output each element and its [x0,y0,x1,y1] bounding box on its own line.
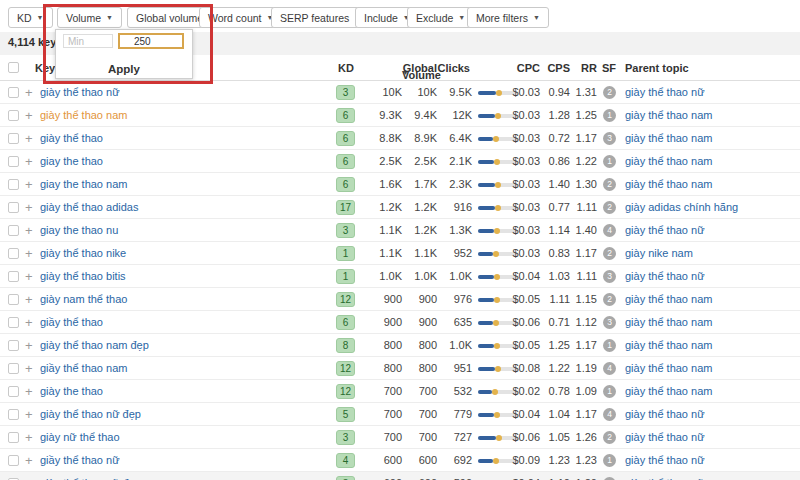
plus-icon[interactable]: + [25,104,33,127]
keyword-link[interactable]: giay the thao nam [40,173,127,196]
parent-topic-link[interactable]: giày thể thao nam [625,311,712,334]
cpc-value: $0.03 [512,150,540,173]
column-header-cps[interactable]: CPS [547,62,570,74]
filter-button-kd[interactable]: KD▼ [8,7,53,28]
row-checkbox[interactable] [8,386,19,397]
filter-button-exclude[interactable]: Exclude▼ [407,7,474,28]
row-checkbox[interactable] [8,294,19,305]
keyword-link[interactable]: giày thể thao nữ [40,81,120,104]
apply-button[interactable]: Apply [56,60,192,78]
column-header-global[interactable]: Global [403,62,437,74]
row-checkbox[interactable] [8,248,19,259]
column-header-parent-topic[interactable]: Parent topic [625,62,689,74]
row-checkbox[interactable] [8,271,19,282]
plus-icon[interactable]: + [25,426,33,449]
plus-icon[interactable]: + [25,357,33,380]
plus-icon[interactable]: + [25,334,33,357]
keyword-link[interactable]: giay the thao nu [40,219,118,242]
keyword-link[interactable]: giày thể thao nữ đẹp [40,403,141,426]
column-header-clicks[interactable]: Clicks [438,62,470,74]
plus-icon[interactable]: + [25,380,33,403]
cps-value: 1.11 [549,288,570,311]
row-checkbox[interactable] [8,225,19,236]
plus-icon[interactable]: + [25,288,33,311]
parent-topic-link[interactable]: giày thể thao nữ [625,81,705,104]
parent-topic-link[interactable]: giày thể thao nam [625,173,712,196]
parent-topic-link[interactable]: giày thể thao nam [625,288,712,311]
volume-min-value-input[interactable] [118,33,184,49]
serp-features-badge: 4 [603,408,616,421]
serp-features-badge: 2 [603,201,616,214]
kd-badge: 3 [336,476,355,480]
select-all-checkbox[interactable] [8,62,19,73]
keyword-link[interactable]: giày the thao [40,380,103,403]
filter-button-label: Global volume [136,12,203,24]
keyword-link[interactable]: giầy thể thao [40,311,103,334]
keyword-link[interactable]: giày thể thao adidas [40,196,138,219]
parent-topic-link[interactable]: giày thể thao nam [625,334,712,357]
column-header-rr[interactable]: RR [581,62,597,74]
keyword-link[interactable]: giầy thể thao nam [40,357,127,380]
keyword-link[interactable]: giày thể thao [40,127,103,150]
parent-topic-link[interactable]: giày thể thao nữ [625,219,705,242]
parent-topic-link[interactable]: giày thể thao nữ [625,449,705,472]
keyword-link[interactable]: giày thể thao nike [40,242,126,265]
plus-icon[interactable]: + [25,150,33,173]
keyword-link[interactable]: giày thể thao nam đẹp [40,334,149,357]
row-checkbox[interactable] [8,317,19,328]
serp-features-badge: 4 [603,224,616,237]
plus-icon[interactable]: + [25,127,33,150]
keyword-link[interactable]: giày nam thể thao [40,288,127,311]
filter-button-more-filters[interactable]: More filters▼ [467,7,549,28]
plus-icon[interactable]: + [25,219,33,242]
parent-topic-link[interactable]: giày thể thao nam [625,150,712,173]
row-checkbox[interactable] [8,156,19,167]
plus-icon[interactable]: + [25,265,33,288]
filter-button-volume[interactable]: Volume▼ [57,7,122,28]
clicks-value: 9.5K [449,81,472,104]
row-checkbox[interactable] [8,202,19,213]
parent-topic-link[interactable]: giày thể thao nữ [625,403,705,426]
plus-icon[interactable]: + [25,311,33,334]
plus-icon[interactable]: + [25,242,33,265]
parent-topic-link[interactable]: giày adidas chính hãng [625,196,738,219]
global-volume-value: 9.4K [414,104,437,127]
row-checkbox[interactable] [8,110,19,121]
parent-topic-link[interactable]: giày thể thao nam [625,380,712,403]
column-header-kd[interactable]: KD [338,62,354,74]
cpc-value: $0.09 [512,449,540,472]
parent-topic-link[interactable]: giày thể thao nữ [625,265,705,288]
plus-icon[interactable]: + [25,449,33,472]
keyword-link[interactable]: giày thể thao nam [40,104,127,127]
row-checkbox[interactable] [8,133,19,144]
column-header-cpc[interactable]: CPC [517,62,540,74]
row-checkbox[interactable] [8,87,19,98]
filter-button-word-count[interactable]: Word count▼ [199,7,282,28]
keyword-link[interactable]: giày thể thao nữ đẹp [40,472,141,480]
plus-icon[interactable]: + [25,196,33,219]
parent-topic-link[interactable]: giày nike nam [625,242,693,265]
keyword-link[interactable]: giày nữ thể thao [40,426,120,449]
plus-icon[interactable]: + [25,81,33,104]
row-checkbox[interactable] [8,363,19,374]
parent-topic-link[interactable]: giày thể thao nữ [625,472,705,480]
parent-topic-link[interactable]: giày thể thao nữ [625,426,705,449]
row-checkbox[interactable] [8,455,19,466]
keyword-link[interactable]: giầy thể thao nữ [40,449,120,472]
serp-features-badge: 3 [603,316,616,329]
row-checkbox[interactable] [8,340,19,351]
plus-icon[interactable]: + [25,173,33,196]
parent-topic-link[interactable]: giày thể thao nam [625,104,712,127]
plus-icon[interactable]: + [25,472,33,480]
keyword-link[interactable]: giày thể thao bitis [40,265,126,288]
parent-topic-link[interactable]: giày thể thao nam [625,127,712,150]
row-checkbox[interactable] [8,409,19,420]
parent-topic-link[interactable]: giày thể thao nam [625,357,712,380]
keyword-link[interactable]: giay the thao [40,150,103,173]
row-checkbox[interactable] [8,432,19,443]
column-header-sf[interactable]: SF [602,62,616,74]
clicks-bar-dot [492,389,498,395]
volume-min-input[interactable] [63,34,113,48]
row-checkbox[interactable] [8,179,19,190]
plus-icon[interactable]: + [25,403,33,426]
